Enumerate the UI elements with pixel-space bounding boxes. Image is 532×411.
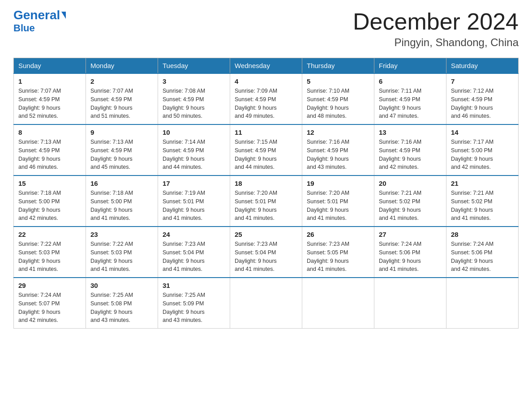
calendar-day-cell: 4 Sunrise: 7:09 AM Sunset: 4:59 PM Dayli… xyxy=(230,73,302,124)
day-info: Sunrise: 7:19 AM Sunset: 5:01 PM Dayligh… xyxy=(163,189,225,223)
col-monday: Monday xyxy=(86,58,158,74)
day-info: Sunrise: 7:07 AM Sunset: 4:59 PM Dayligh… xyxy=(90,87,153,120)
calendar-week-row: 22 Sunrise: 7:22 AM Sunset: 5:03 PM Dayl… xyxy=(14,227,519,278)
calendar-day-cell: 22 Sunrise: 7:22 AM Sunset: 5:03 PM Dayl… xyxy=(14,227,86,278)
logo-triangle-icon xyxy=(61,12,66,19)
day-info: Sunrise: 7:09 AM Sunset: 4:59 PM Dayligh… xyxy=(235,87,297,120)
day-info: Sunrise: 7:18 AM Sunset: 5:00 PM Dayligh… xyxy=(18,189,81,223)
calendar-day-cell: 5 Sunrise: 7:10 AM Sunset: 4:59 PM Dayli… xyxy=(302,73,374,124)
day-number: 1 xyxy=(18,77,81,85)
col-sunday: Sunday xyxy=(14,58,86,74)
calendar-week-row: 29 Sunrise: 7:24 AM Sunset: 5:07 PM Dayl… xyxy=(14,278,519,329)
day-number: 18 xyxy=(235,180,297,187)
day-info: Sunrise: 7:16 AM Sunset: 4:59 PM Dayligh… xyxy=(307,138,369,171)
day-info: Sunrise: 7:21 AM Sunset: 5:02 PM Dayligh… xyxy=(379,189,442,223)
calendar-day-cell: 16 Sunrise: 7:18 AM Sunset: 5:00 PM Dayl… xyxy=(86,176,158,227)
calendar-table: Sunday Monday Tuesday Wednesday Thursday… xyxy=(13,58,519,329)
day-info: Sunrise: 7:14 AM Sunset: 4:59 PM Dayligh… xyxy=(163,138,225,171)
day-number: 11 xyxy=(235,128,297,136)
day-number: 12 xyxy=(307,128,369,136)
day-info: Sunrise: 7:23 AM Sunset: 5:04 PM Dayligh… xyxy=(163,240,225,274)
day-number: 22 xyxy=(18,231,81,238)
day-number: 30 xyxy=(90,282,153,289)
calendar-day-cell: 9 Sunrise: 7:13 AM Sunset: 4:59 PM Dayli… xyxy=(86,124,158,176)
day-number: 28 xyxy=(451,231,514,238)
day-number: 4 xyxy=(235,77,297,85)
calendar-day-cell xyxy=(302,278,374,329)
day-number: 29 xyxy=(18,282,81,289)
day-info: Sunrise: 7:24 AM Sunset: 5:06 PM Dayligh… xyxy=(379,240,442,274)
day-info: Sunrise: 7:12 AM Sunset: 4:59 PM Dayligh… xyxy=(451,87,514,120)
day-info: Sunrise: 7:24 AM Sunset: 5:06 PM Dayligh… xyxy=(451,240,514,274)
day-number: 6 xyxy=(379,77,442,85)
day-info: Sunrise: 7:25 AM Sunset: 5:08 PM Dayligh… xyxy=(90,291,153,325)
day-info: Sunrise: 7:11 AM Sunset: 4:59 PM Dayligh… xyxy=(379,87,442,120)
day-number: 2 xyxy=(90,77,153,85)
calendar-day-cell: 1 Sunrise: 7:07 AM Sunset: 4:59 PM Dayli… xyxy=(14,73,86,124)
day-number: 5 xyxy=(307,77,369,85)
calendar-day-cell: 20 Sunrise: 7:21 AM Sunset: 5:02 PM Dayl… xyxy=(374,176,446,227)
day-info: Sunrise: 7:23 AM Sunset: 5:04 PM Dayligh… xyxy=(235,240,297,274)
day-number: 23 xyxy=(90,231,153,238)
day-info: Sunrise: 7:16 AM Sunset: 4:59 PM Dayligh… xyxy=(379,138,442,171)
day-number: 3 xyxy=(163,77,225,85)
col-tuesday: Tuesday xyxy=(158,58,230,74)
calendar-day-cell: 19 Sunrise: 7:20 AM Sunset: 5:01 PM Dayl… xyxy=(302,176,374,227)
logo-general-text: General xyxy=(13,9,66,21)
day-number: 27 xyxy=(379,231,442,238)
day-number: 7 xyxy=(451,77,514,85)
day-info: Sunrise: 7:20 AM Sunset: 5:01 PM Dayligh… xyxy=(307,189,369,223)
logo-blue-text: Blue xyxy=(13,22,35,34)
calendar-day-cell: 13 Sunrise: 7:16 AM Sunset: 4:59 PM Dayl… xyxy=(374,124,446,176)
day-number: 9 xyxy=(90,128,153,136)
day-info: Sunrise: 7:18 AM Sunset: 5:00 PM Dayligh… xyxy=(90,189,153,223)
calendar-header-row: Sunday Monday Tuesday Wednesday Thursday… xyxy=(14,58,519,74)
calendar-day-cell: 31 Sunrise: 7:25 AM Sunset: 5:09 PM Dayl… xyxy=(158,278,230,329)
calendar-day-cell: 6 Sunrise: 7:11 AM Sunset: 4:59 PM Dayli… xyxy=(374,73,446,124)
calendar-day-cell: 23 Sunrise: 7:22 AM Sunset: 5:03 PM Dayl… xyxy=(86,227,158,278)
day-number: 16 xyxy=(90,180,153,187)
day-number: 13 xyxy=(379,128,442,136)
calendar-day-cell: 10 Sunrise: 7:14 AM Sunset: 4:59 PM Dayl… xyxy=(158,124,230,176)
calendar-week-row: 8 Sunrise: 7:13 AM Sunset: 4:59 PM Dayli… xyxy=(14,124,519,176)
calendar-day-cell: 8 Sunrise: 7:13 AM Sunset: 4:59 PM Dayli… xyxy=(14,124,86,176)
page-header: General Blue December 2024 Pingyin, Shan… xyxy=(13,9,519,49)
calendar-day-cell: 11 Sunrise: 7:15 AM Sunset: 4:59 PM Dayl… xyxy=(230,124,302,176)
day-number: 14 xyxy=(451,128,514,136)
day-number: 15 xyxy=(18,180,81,187)
logo: General Blue xyxy=(13,9,66,34)
day-info: Sunrise: 7:20 AM Sunset: 5:01 PM Dayligh… xyxy=(235,189,297,223)
calendar-day-cell: 28 Sunrise: 7:24 AM Sunset: 5:06 PM Dayl… xyxy=(446,227,519,278)
calendar-day-cell: 24 Sunrise: 7:23 AM Sunset: 5:04 PM Dayl… xyxy=(158,227,230,278)
calendar-day-cell: 26 Sunrise: 7:23 AM Sunset: 5:05 PM Dayl… xyxy=(302,227,374,278)
calendar-day-cell: 25 Sunrise: 7:23 AM Sunset: 5:04 PM Dayl… xyxy=(230,227,302,278)
day-info: Sunrise: 7:07 AM Sunset: 4:59 PM Dayligh… xyxy=(18,87,81,120)
calendar-day-cell: 17 Sunrise: 7:19 AM Sunset: 5:01 PM Dayl… xyxy=(158,176,230,227)
day-number: 26 xyxy=(307,231,369,238)
day-info: Sunrise: 7:15 AM Sunset: 4:59 PM Dayligh… xyxy=(235,138,297,171)
day-number: 25 xyxy=(235,231,297,238)
calendar-day-cell: 21 Sunrise: 7:21 AM Sunset: 5:02 PM Dayl… xyxy=(446,176,519,227)
day-number: 20 xyxy=(379,180,442,187)
day-info: Sunrise: 7:10 AM Sunset: 4:59 PM Dayligh… xyxy=(307,87,369,120)
day-number: 24 xyxy=(163,231,225,238)
calendar-day-cell: 14 Sunrise: 7:17 AM Sunset: 5:00 PM Dayl… xyxy=(446,124,519,176)
day-info: Sunrise: 7:08 AM Sunset: 4:59 PM Dayligh… xyxy=(163,87,225,120)
calendar-day-cell: 3 Sunrise: 7:08 AM Sunset: 4:59 PM Dayli… xyxy=(158,73,230,124)
month-title: December 2024 xyxy=(353,9,519,34)
calendar-day-cell xyxy=(446,278,519,329)
day-number: 8 xyxy=(18,128,81,136)
day-info: Sunrise: 7:22 AM Sunset: 5:03 PM Dayligh… xyxy=(90,240,153,274)
col-friday: Friday xyxy=(374,58,446,74)
col-thursday: Thursday xyxy=(302,58,374,74)
day-number: 21 xyxy=(451,180,514,187)
day-info: Sunrise: 7:17 AM Sunset: 5:00 PM Dayligh… xyxy=(451,138,514,171)
day-info: Sunrise: 7:13 AM Sunset: 4:59 PM Dayligh… xyxy=(90,138,153,171)
day-info: Sunrise: 7:22 AM Sunset: 5:03 PM Dayligh… xyxy=(18,240,81,274)
calendar-day-cell: 7 Sunrise: 7:12 AM Sunset: 4:59 PM Dayli… xyxy=(446,73,519,124)
calendar-day-cell: 29 Sunrise: 7:24 AM Sunset: 5:07 PM Dayl… xyxy=(14,278,86,329)
day-info: Sunrise: 7:25 AM Sunset: 5:09 PM Dayligh… xyxy=(163,291,225,325)
day-info: Sunrise: 7:23 AM Sunset: 5:05 PM Dayligh… xyxy=(307,240,369,274)
calendar-day-cell xyxy=(374,278,446,329)
col-wednesday: Wednesday xyxy=(230,58,302,74)
